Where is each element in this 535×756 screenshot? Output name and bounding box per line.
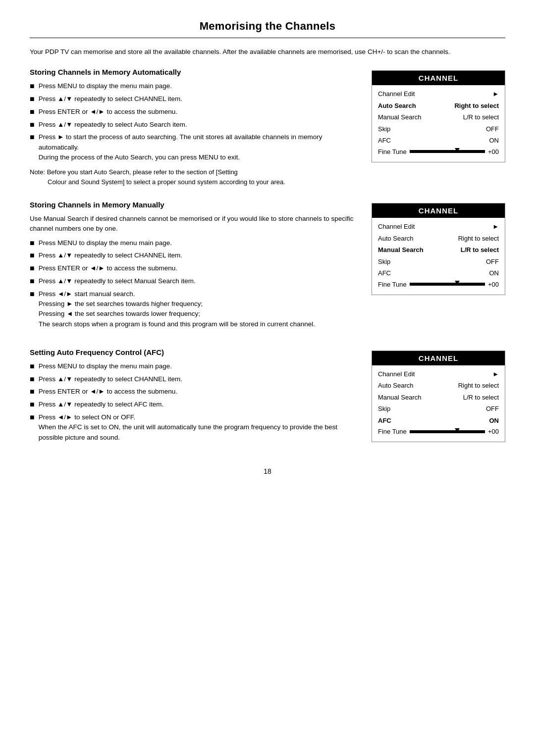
fine-tune-bar — [410, 430, 485, 433]
channel-header-3: CHANNEL — [372, 351, 505, 365]
bullet-icon: ■ — [30, 276, 35, 287]
section2-intro: Use Manual Search if desired channels ca… — [30, 214, 357, 234]
bullet-icon: ■ — [30, 412, 35, 423]
channel-row: AFC ON — [378, 267, 499, 279]
bullet-icon: ■ — [30, 132, 35, 143]
fine-tune-bar — [410, 150, 485, 153]
channel-row: Skip OFF — [378, 403, 499, 415]
bullet-icon: ■ — [30, 94, 35, 104]
page-number: 18 — [30, 467, 505, 475]
channel-row: AFC ON — [378, 415, 499, 427]
list-item: ■Press MENU to display the menu main pag… — [30, 361, 357, 372]
bullet-icon: ■ — [30, 81, 35, 92]
section3-bullets: ■Press MENU to display the menu main pag… — [30, 361, 357, 443]
fine-tune-marker — [455, 428, 460, 432]
channel-box-2: CHANNEL Channel Edit ► Auto Search Right… — [372, 203, 505, 295]
channel-row: Channel Edit ► — [378, 368, 499, 380]
channel-row: Skip OFF — [378, 256, 499, 268]
list-item: ■Press ▲/▼ repeatedly to select AFC item… — [30, 400, 357, 410]
list-item: ■Press MENU to display the menu main pag… — [30, 238, 357, 249]
bullet-icon: ■ — [30, 263, 35, 274]
bullet-icon: ■ — [30, 238, 35, 249]
title-divider — [30, 38, 505, 38]
section3-container: Setting Auto Frequency Control (AFC) ■Pr… — [30, 348, 505, 448]
list-item: ■Press ◄/► to select ON or OFF. When the… — [30, 412, 357, 443]
section1-title: Storing Channels in Memory Automatically — [30, 68, 357, 76]
bullet-icon: ■ — [30, 374, 35, 385]
intro-text: Your PDP TV can memorise and store all t… — [30, 47, 505, 57]
section2-left: Storing Channels in Memory Manually Use … — [30, 201, 357, 334]
bullet-icon: ■ — [30, 361, 35, 372]
bullet-icon: ■ — [30, 289, 35, 300]
channel-row: Auto Search Right to select — [378, 100, 499, 112]
list-item: ■Press ▲/▼ repeatedly to select Manual S… — [30, 276, 357, 287]
list-item: ■Press ► to start the process of auto se… — [30, 132, 357, 162]
section1-bullets: ■Press MENU to display the menu main pag… — [30, 81, 357, 162]
section1-container: Storing Channels in Memory Automatically… — [30, 68, 505, 187]
section2-container: Storing Channels in Memory Manually Use … — [30, 201, 505, 334]
channel-row: Manual Search L/R to select — [378, 111, 499, 123]
channel-row: Manual Search L/R to select — [378, 244, 499, 256]
fine-tune-bar — [410, 283, 485, 286]
list-item: ■Press MENU to display the menu main pag… — [30, 81, 357, 92]
channel-body-2: Channel Edit ► Auto Search Right to sele… — [372, 218, 505, 295]
channel-row: AFC ON — [378, 135, 499, 147]
list-item: ■Press ▲/▼ repeatedly to select CHANNEL … — [30, 374, 357, 385]
list-item: ■Press ▲/▼ repeatedly to select Auto Sea… — [30, 120, 357, 130]
fine-tune-marker — [455, 148, 460, 152]
fine-tune-marker — [455, 281, 460, 285]
channel-body-3: Channel Edit ► Auto Search Right to sele… — [372, 365, 505, 442]
bullet-icon: ■ — [30, 400, 35, 410]
list-item: ■Press ◄/► start manual search. Pressing… — [30, 289, 357, 329]
bullet-icon: ■ — [30, 107, 35, 117]
list-item: ■Press ENTER or ◄/► to access the submen… — [30, 107, 357, 117]
section2-title: Storing Channels in Memory Manually — [30, 201, 357, 209]
section1-left: Storing Channels in Memory Automatically… — [30, 68, 357, 187]
channel-header-2: CHANNEL — [372, 203, 505, 218]
list-item: ■Press ENTER or ◄/► to access the submen… — [30, 263, 357, 274]
fine-tune-row: Fine Tune +00 — [378, 426, 499, 437]
bullet-icon: ■ — [30, 387, 35, 397]
page-title: Memorising the Channels — [30, 20, 505, 33]
section3-left: Setting Auto Frequency Control (AFC) ■Pr… — [30, 348, 357, 448]
list-item: ■Press ▲/▼ repeatedly to select CHANNEL … — [30, 94, 357, 104]
channel-row: Auto Search Right to select — [378, 380, 499, 392]
section3-right: CHANNEL Channel Edit ► Auto Search Right… — [372, 348, 505, 448]
bullet-icon: ■ — [30, 251, 35, 261]
fine-tune-row: Fine Tune +00 — [378, 147, 499, 157]
bullet-icon: ■ — [30, 120, 35, 130]
channel-box-3: CHANNEL Channel Edit ► Auto Search Right… — [372, 351, 505, 443]
list-item: ■Press ENTER or ◄/► to access the submen… — [30, 387, 357, 397]
section2-right: CHANNEL Channel Edit ► Auto Search Right… — [372, 201, 505, 334]
section1-right: CHANNEL Channel Edit ► Auto Search Right… — [372, 68, 505, 187]
channel-row: Manual Search L/R to select — [378, 392, 499, 403]
channel-header-1: CHANNEL — [372, 71, 505, 85]
section1-note: Note: Before you start Auto Search, plea… — [30, 167, 357, 187]
channel-body-1: Channel Edit ► Auto Search Right to sele… — [372, 85, 505, 162]
fine-tune-row: Fine Tune +00 — [378, 279, 499, 290]
channel-row: Skip OFF — [378, 123, 499, 135]
section3-title: Setting Auto Frequency Control (AFC) — [30, 348, 357, 356]
channel-box-1: CHANNEL Channel Edit ► Auto Search Right… — [372, 70, 505, 162]
channel-row: Channel Edit ► — [378, 221, 499, 233]
section2-bullets: ■Press MENU to display the menu main pag… — [30, 238, 357, 329]
channel-row: Channel Edit ► — [378, 88, 499, 100]
list-item: ■Press ▲/▼ repeatedly to select CHANNEL … — [30, 251, 357, 261]
channel-row: Auto Search Right to select — [378, 233, 499, 245]
